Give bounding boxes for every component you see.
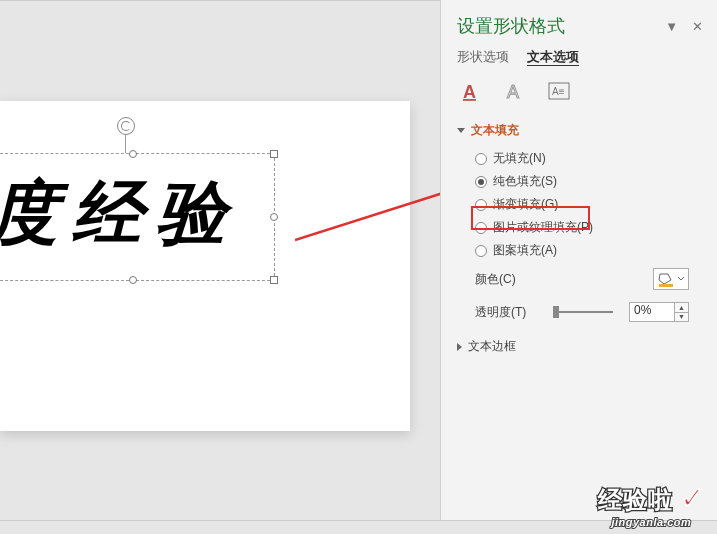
collapse-icon	[457, 343, 462, 351]
panel-header: 设置形状格式 ▼ ✕	[441, 10, 717, 48]
radio-no-fill[interactable]: 无填充(N)	[475, 147, 701, 170]
radio-label: 图案填充(A)	[493, 242, 557, 259]
svg-text:A: A	[463, 82, 476, 102]
panel-title: 设置形状格式	[457, 14, 665, 38]
spinner-down-icon[interactable]: ▼	[675, 313, 688, 322]
section-text-fill-title: 文本填充	[471, 122, 519, 139]
radio-icon	[475, 176, 487, 188]
section-text-border-header[interactable]: 文本边框	[457, 338, 701, 355]
editor-canvas[interactable]: 度经验	[0, 0, 440, 520]
textbox-icon[interactable]: A≡	[545, 80, 573, 104]
annotation-highlight-box	[471, 206, 590, 230]
resize-handle-tr[interactable]	[270, 150, 278, 158]
transparency-input[interactable]: 0%	[629, 302, 675, 322]
radio-pattern-fill[interactable]: 图案填充(A)	[475, 239, 701, 262]
radio-label: 无填充(N)	[493, 150, 546, 167]
text-fill-outline-icon[interactable]: A	[457, 80, 485, 104]
spinner-up-icon[interactable]: ▲	[675, 303, 688, 313]
rotate-connector	[125, 135, 126, 153]
fill-bucket-icon	[657, 272, 673, 286]
format-icon-row: A A A≡	[441, 76, 717, 116]
fill-options: 无填充(N) 纯色填充(S) 渐变填充(G) 图片或纹理填充(P) 图案填充(A…	[457, 147, 701, 262]
resize-handle-bm[interactable]	[129, 276, 137, 284]
expand-icon	[457, 128, 465, 133]
color-row: 颜色(C)	[457, 262, 701, 296]
textbox-content[interactable]: 度经验	[0, 167, 240, 261]
transparency-row: 透明度(T) 0% ▲ ▼	[457, 296, 701, 328]
svg-rect-6	[659, 284, 673, 287]
transparency-label: 透明度(T)	[475, 304, 545, 321]
panel-close-icon[interactable]: ✕	[692, 19, 703, 34]
resize-handle-br[interactable]	[270, 276, 278, 284]
chevron-down-icon	[677, 275, 685, 283]
transparency-slider[interactable]	[553, 305, 613, 319]
radio-solid-fill[interactable]: 纯色填充(S)	[475, 170, 701, 193]
tab-shape-options[interactable]: 形状选项	[457, 48, 509, 66]
panel-tabs: 形状选项 文本选项	[441, 48, 717, 76]
color-picker-button[interactable]	[653, 268, 689, 290]
format-shape-panel: 设置形状格式 ▼ ✕ 形状选项 文本选项 A A A≡ 文本填充 无填充(N)	[440, 0, 717, 534]
svg-text:A: A	[507, 82, 519, 102]
radio-label: 纯色填充(S)	[493, 173, 557, 190]
tab-text-options[interactable]: 文本选项	[527, 48, 579, 66]
rotate-handle[interactable]	[117, 117, 135, 135]
section-text-border: 文本边框	[441, 332, 717, 367]
color-label: 颜色(C)	[475, 271, 545, 288]
radio-icon	[475, 245, 487, 257]
svg-text:A≡: A≡	[552, 86, 565, 97]
status-strip	[0, 520, 717, 534]
radio-icon	[475, 153, 487, 165]
text-effects-icon[interactable]: A	[501, 80, 529, 104]
panel-menu-icon[interactable]: ▼	[665, 19, 678, 34]
resize-handle-mr[interactable]	[270, 213, 278, 221]
resize-handle-tm[interactable]	[129, 150, 137, 158]
section-text-border-title: 文本边框	[468, 338, 516, 355]
section-text-fill-header[interactable]: 文本填充	[457, 122, 701, 139]
transparency-spinner[interactable]: ▲ ▼	[675, 302, 689, 322]
